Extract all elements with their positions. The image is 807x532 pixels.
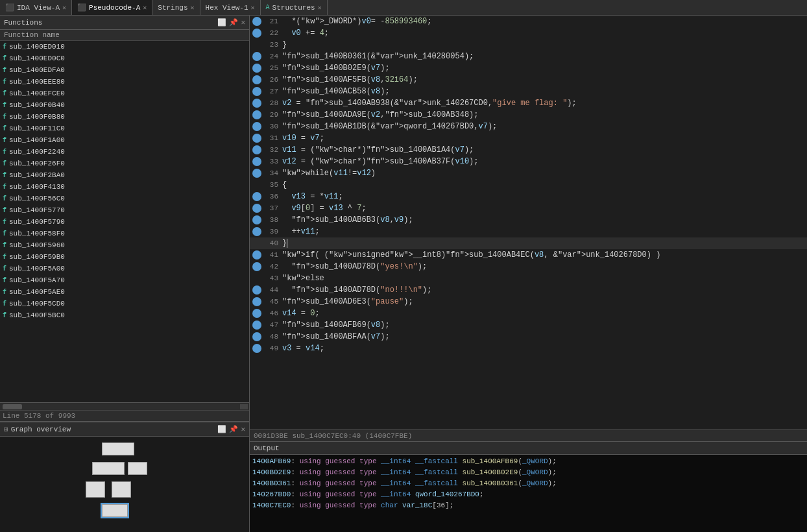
func-icon: f (3, 207, 6, 214)
tab-ida-view-a[interactable]: ⬛ IDA View-A ✕ (0, 0, 72, 15)
function-item[interactable]: fsub_1400F5A70 (0, 274, 249, 286)
function-item[interactable]: fsub_1400EEE80 (0, 76, 249, 88)
tab-close-ida[interactable]: ✕ (62, 4, 66, 12)
text-cursor (287, 239, 287, 248)
line-code: v2 = "fn">sub_1400AB938 (282, 99, 390, 108)
function-item[interactable]: fsub_1400F11C0 (0, 123, 249, 134)
line-code: "fn">sub_1400AD78D (282, 262, 376, 271)
code-line: 30 "fn">sub_1400AB1DB(&"var">qword_14026… (250, 121, 807, 132)
tab-pseudocode-a[interactable]: ⬛ Pseudocode-A ✕ (72, 0, 152, 15)
tab-structures[interactable]: A Structures ✕ (261, 0, 328, 15)
function-item[interactable]: fsub_1400F56C0 (0, 193, 249, 204)
code-area[interactable]: 21 *("kw">_DWORD *)v0 = -858993460; 22 v… (250, 16, 807, 429)
func-icon: f (3, 242, 6, 249)
func-icon: f (3, 230, 6, 237)
tab-close-struct[interactable]: ✕ (318, 4, 322, 12)
line-code: v14 = 0; (282, 309, 320, 318)
function-item[interactable]: fsub_1400F4130 (0, 181, 249, 193)
line-number: 45 (264, 298, 282, 306)
line-code: "kw">while (282, 169, 329, 178)
tab-strings[interactable]: Strings ✕ (152, 0, 200, 15)
line-code: "fn">sub_1400B0361 (282, 52, 367, 61)
tab-close-strings[interactable]: ✕ (191, 4, 195, 12)
code-line: 40 } (250, 237, 807, 249)
func-icon: f (3, 254, 6, 261)
code-status-bar: 0001D3BE sub_1400C7EC0:40 (1400C7FBE) (250, 429, 807, 441)
graph-restore-btn[interactable]: ⬜ (217, 425, 226, 433)
graph-icon: ⊞ (4, 425, 8, 433)
function-item[interactable]: fsub_1400F5CD0 (0, 298, 249, 309)
line-dot (252, 262, 261, 271)
line-number: 29 (264, 111, 282, 119)
line-dot (252, 215, 261, 224)
tab-hex-view[interactable]: Hex View-1 ✕ (200, 0, 261, 15)
function-item[interactable]: fsub_1400F5AE0 (0, 286, 249, 298)
line-number: 42 (264, 263, 282, 271)
tab-close-hex[interactable]: ✕ (251, 4, 255, 12)
graph-pin-btn[interactable]: 📌 (229, 425, 238, 433)
line-dot (252, 99, 261, 108)
output-line: 1400B02E9: using guessed type __int64 __… (252, 467, 804, 478)
tab-icon-struct: A (266, 4, 270, 11)
code-line: 47 "fn">sub_1400AFB69(v8); (250, 319, 807, 331)
line-dot (252, 309, 261, 318)
functions-list[interactable]: fsub_1400ED010fsub_1400ED0C0fsub_1400EDF… (0, 41, 249, 402)
line-code: "fn">sub_1400B02E9 (282, 64, 367, 73)
status-bar-text: 0001D3BE sub_1400C7EC0:40 (1400C7FBE) (254, 432, 412, 440)
output-line: 1400B0361: using guessed type __int64 __… (252, 478, 804, 489)
function-item[interactable]: fsub_1400F59B0 (0, 251, 249, 263)
line-dot (252, 320, 261, 330)
tab-label-pseudo: Pseudocode-A (89, 4, 140, 12)
func-icon: f (3, 90, 6, 97)
function-item[interactable]: fsub_1400F5BC0 (0, 309, 249, 321)
output-line: 1400AFB69: using guessed type __int64 __… (252, 456, 804, 467)
function-item[interactable]: fsub_1400F58F0 (0, 228, 249, 239)
functions-close-btn[interactable]: ✕ (241, 18, 245, 27)
function-item[interactable]: fsub_1400F5770 (0, 204, 249, 216)
func-icon: f (3, 300, 6, 308)
tab-close-pseudo[interactable]: ✕ (143, 4, 147, 12)
line-code: v9[0] = v13 ^ 7; (282, 204, 367, 213)
function-item[interactable]: fsub_1400F0B80 (0, 111, 249, 123)
line-code: "fn">sub_1400ADA9E (282, 110, 367, 119)
function-item[interactable]: fsub_1400EFCE0 (0, 88, 249, 99)
line-code: "fn">sub_1400ABFAA (282, 332, 367, 341)
function-item[interactable]: fsub_1400ED010 (0, 41, 249, 53)
func-icon: f (3, 79, 6, 86)
functions-panel: Functions ⬜ 📌 ✕ Function name fsub_1400E… (0, 16, 249, 422)
functions-pin-btn[interactable]: 📌 (229, 18, 238, 27)
output-content[interactable]: 1400AFB69: using guessed type __int64 __… (250, 455, 807, 532)
line-dot (252, 17, 261, 26)
function-item[interactable]: fsub_1400F0B40 (0, 99, 249, 111)
line-number: 37 (264, 204, 282, 212)
code-line: 43 "kw">else (250, 272, 807, 284)
functions-panel-header: Functions ⬜ 📌 ✕ (0, 16, 249, 30)
function-item[interactable]: fsub_1400F2240 (0, 146, 249, 158)
line-dot (252, 227, 261, 236)
tab-label-struct: Structures (272, 4, 315, 12)
line-dot (252, 110, 261, 119)
line-dot (252, 169, 261, 178)
function-item[interactable]: fsub_1400F5960 (0, 239, 249, 251)
line-dot (252, 285, 261, 295)
code-line: 22 v0 += 4; (250, 27, 807, 39)
function-item[interactable]: fsub_1400F2BA0 (0, 169, 249, 181)
functions-restore-btn[interactable]: ⬜ (217, 18, 226, 27)
func-icon: f (3, 43, 6, 51)
functions-scrollbar-h[interactable] (0, 402, 249, 410)
code-line: 34 "kw">while ( v11 != v12 ) (250, 167, 807, 179)
func-icon: f (3, 114, 6, 121)
graph-close-btn[interactable]: ✕ (241, 425, 245, 433)
function-item[interactable]: fsub_1400F5790 (0, 216, 249, 228)
function-item[interactable]: fsub_1400F26F0 (0, 158, 249, 169)
function-item[interactable]: fsub_1400ED0C0 (0, 53, 249, 64)
graph-panel: ⊞ Graph overview ⬜ 📌 ✕ (0, 422, 249, 532)
function-item[interactable]: fsub_1400EDFA0 (0, 64, 249, 76)
function-item[interactable]: fsub_1400F1A00 (0, 134, 249, 146)
line-number: 24 (264, 53, 282, 60)
line-code: v0 += 4; (282, 29, 329, 38)
graph-panel-header: ⊞ Graph overview ⬜ 📌 ✕ (0, 422, 249, 437)
line-number: 25 (264, 64, 282, 72)
function-item[interactable]: fsub_1400F5A00 (0, 263, 249, 274)
code-line: 39 ++v11; (250, 226, 807, 237)
